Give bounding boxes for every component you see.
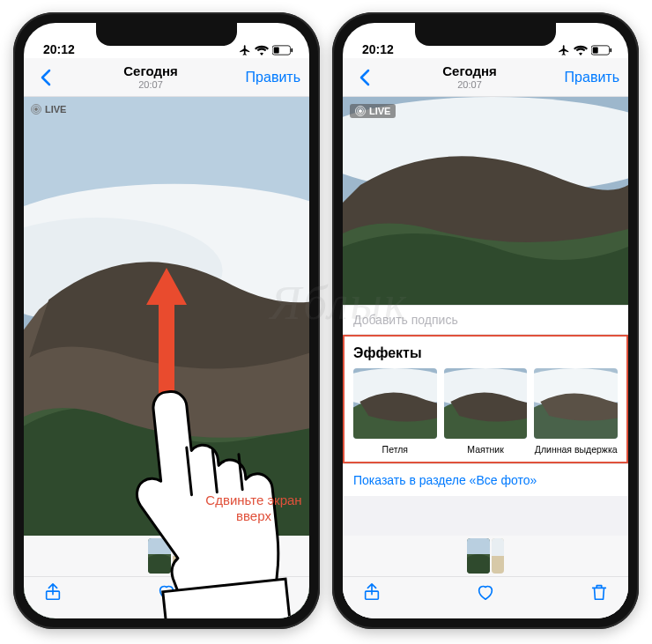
svg-rect-2 [291, 48, 293, 52]
airplane-mode-icon [239, 44, 251, 56]
effect-thumb [534, 368, 618, 439]
nav-title: Сегодня 20:07 [378, 64, 561, 90]
caption-placeholder: Добавить подпись [353, 313, 458, 327]
live-label: LIVE [45, 104, 66, 115]
favorite-button[interactable] [476, 582, 495, 605]
nav-bar: Сегодня 20:07 Править [24, 58, 309, 97]
share-button[interactable] [43, 582, 63, 605]
effects-section: Эффекты Петля Маятник [343, 335, 628, 463]
effect-option-bounce[interactable]: Маятник [444, 368, 528, 455]
heart-icon [476, 582, 495, 602]
svg-rect-31 [467, 538, 490, 554]
airplane-mode-icon [558, 44, 570, 56]
battery-icon [591, 45, 612, 56]
effect-option-long-exposure[interactable]: Длинная выдержка [534, 368, 618, 455]
svg-rect-17 [593, 48, 598, 54]
wifi-icon [255, 45, 269, 56]
effect-label: Маятник [444, 444, 528, 455]
screen-right: 20:12 Сегодня 20:07 Править [343, 23, 628, 618]
effect-option-loop[interactable]: Петля [353, 368, 437, 455]
chevron-left-icon [40, 69, 52, 86]
live-label: LIVE [369, 106, 390, 116]
nav-title-sub: 20:07 [378, 79, 561, 90]
edit-button[interactable]: Править [242, 70, 300, 85]
back-button[interactable] [352, 69, 378, 86]
phone-left: 20:12 Сегодня 20:07 Править [13, 12, 320, 629]
svg-rect-33 [492, 538, 504, 556]
svg-rect-18 [610, 48, 611, 52]
two-phone-layout: 20:12 Сегодня 20:07 Править [0, 0, 652, 641]
photo-preview[interactable]: LIVE [343, 97, 628, 305]
share-button[interactable] [362, 582, 382, 605]
device-notch [415, 23, 556, 46]
wifi-icon [574, 45, 588, 56]
nav-title-main: Сегодня [59, 64, 242, 79]
svg-point-3 [35, 108, 38, 111]
thumbnail-strip[interactable] [343, 536, 628, 576]
effects-row[interactable]: Петля Маятник Длинная выде [353, 368, 618, 455]
instruction-text: Сдвиньте экран вверх [196, 492, 309, 526]
battery-icon [272, 45, 293, 56]
effect-label: Петля [353, 444, 437, 455]
trash-icon [589, 582, 609, 602]
nav-bar: Сегодня 20:07 Править [343, 58, 628, 97]
delete-button[interactable] [589, 582, 609, 605]
live-badge: LIVE [350, 104, 396, 118]
live-icon [31, 104, 41, 115]
svg-rect-1 [274, 48, 279, 54]
back-button[interactable] [33, 69, 59, 86]
svg-point-19 [359, 110, 362, 113]
edit-button[interactable]: Править [561, 70, 619, 85]
share-icon [362, 582, 382, 602]
photo-content [343, 97, 628, 305]
status-indicators [239, 44, 293, 56]
chevron-left-icon [359, 69, 371, 86]
status-indicators [558, 44, 612, 56]
photo-viewer[interactable]: LIVE [24, 97, 309, 618]
nav-title-sub: 20:07 [59, 79, 242, 90]
nav-title-main: Сегодня [378, 64, 561, 79]
add-caption-field[interactable]: Добавить подпись [343, 305, 628, 335]
share-icon [43, 582, 63, 602]
device-notch [96, 23, 237, 46]
photo-detail-scroll[interactable]: LIVE Добавить подпись Эффекты [343, 97, 628, 618]
effect-label: Длинная выдержка [534, 444, 618, 455]
thumbnail-next[interactable] [492, 538, 504, 574]
nav-title: Сегодня 20:07 [59, 64, 242, 90]
effect-thumb [353, 368, 437, 439]
status-time: 20:12 [362, 42, 394, 56]
screen-left: 20:12 Сегодня 20:07 Править [24, 23, 309, 618]
status-time: 20:12 [43, 42, 75, 56]
live-icon [355, 106, 366, 116]
phone-right: 20:12 Сегодня 20:07 Править [332, 12, 639, 629]
effects-title: Эффекты [353, 345, 618, 361]
bottom-toolbar [343, 576, 628, 618]
effect-thumb [444, 368, 528, 439]
thumbnail-current[interactable] [467, 538, 490, 574]
live-badge: LIVE [31, 104, 66, 115]
show-in-all-photos-link[interactable]: Показать в разделе «Все фото» [343, 463, 628, 496]
